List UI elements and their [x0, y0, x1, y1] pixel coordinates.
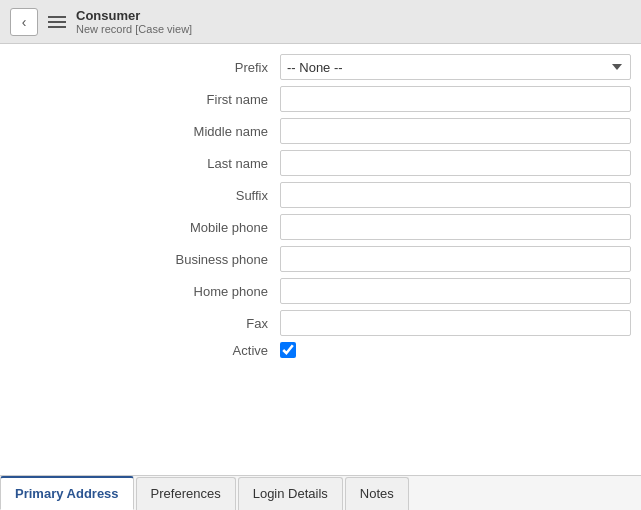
mobile-phone-row: Mobile phone [0, 214, 641, 240]
home-phone-label: Home phone [10, 284, 280, 299]
tab-login-details[interactable]: Login Details [238, 477, 343, 510]
tab-primary-address[interactable]: Primary Address [0, 476, 134, 510]
prefix-row: Prefix -- None -- Mr. Mrs. Ms. Dr. Prof. [0, 54, 641, 80]
last-name-row: Last name [0, 150, 641, 176]
active-row: Active [0, 342, 641, 358]
header: ‹ Consumer New record [Case view] [0, 0, 641, 44]
suffix-label: Suffix [10, 188, 280, 203]
header-subtitle: New record [Case view] [76, 23, 192, 35]
middle-name-row: Middle name [0, 118, 641, 144]
home-phone-input[interactable] [280, 278, 631, 304]
middle-name-label: Middle name [10, 124, 280, 139]
first-name-row: First name [0, 86, 641, 112]
fax-input[interactable] [280, 310, 631, 336]
active-label: Active [10, 343, 280, 358]
page-wrapper: ‹ Consumer New record [Case view] Prefix… [0, 0, 641, 510]
first-name-input[interactable] [280, 86, 631, 112]
prefix-label: Prefix [10, 60, 280, 75]
header-text: Consumer New record [Case view] [76, 8, 192, 35]
active-checkbox[interactable] [280, 342, 296, 358]
middle-name-input[interactable] [280, 118, 631, 144]
last-name-label: Last name [10, 156, 280, 171]
mobile-phone-input[interactable] [280, 214, 631, 240]
tab-preferences[interactable]: Preferences [136, 477, 236, 510]
tab-notes[interactable]: Notes [345, 477, 409, 510]
mobile-phone-label: Mobile phone [10, 220, 280, 235]
suffix-input[interactable] [280, 182, 631, 208]
suffix-row: Suffix [0, 182, 641, 208]
last-name-input[interactable] [280, 150, 631, 176]
menu-icon[interactable] [48, 16, 66, 28]
fax-row: Fax [0, 310, 641, 336]
back-button[interactable]: ‹ [10, 8, 38, 36]
form-area: Prefix -- None -- Mr. Mrs. Ms. Dr. Prof.… [0, 44, 641, 374]
back-icon: ‹ [22, 14, 27, 30]
prefix-select[interactable]: -- None -- Mr. Mrs. Ms. Dr. Prof. [280, 54, 631, 80]
tabs-bar: Primary Address Preferences Login Detail… [0, 475, 641, 510]
business-phone-label: Business phone [10, 252, 280, 267]
home-phone-row: Home phone [0, 278, 641, 304]
first-name-label: First name [10, 92, 280, 107]
business-phone-input[interactable] [280, 246, 631, 272]
active-checkbox-cell [280, 342, 296, 358]
fax-label: Fax [10, 316, 280, 331]
business-phone-row: Business phone [0, 246, 641, 272]
header-title: Consumer [76, 8, 192, 23]
